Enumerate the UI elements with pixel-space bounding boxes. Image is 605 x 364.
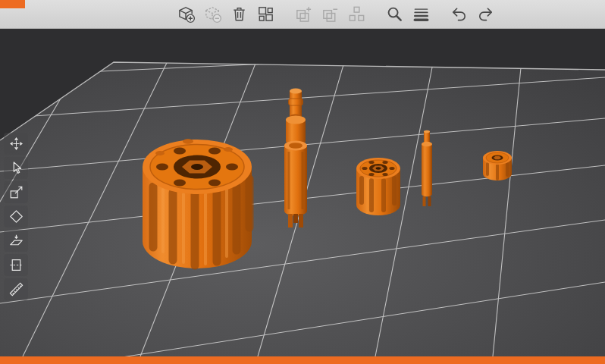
- place-on-face-icon: [8, 233, 24, 249]
- undo-icon: [450, 5, 469, 24]
- small-knurled-cylinder[interactable]: [482, 150, 513, 184]
- left-toolbar: [4, 133, 28, 300]
- add-instance-icon: [294, 5, 313, 24]
- split-objects-button[interactable]: [345, 3, 368, 26]
- rotate-button[interactable]: [4, 206, 28, 228]
- top-toolbar: [0, 0, 605, 29]
- scale-button[interactable]: [4, 181, 28, 203]
- slicer-window: [0, 0, 605, 364]
- add-model-button[interactable]: [174, 3, 197, 26]
- measure-button[interactable]: [4, 278, 28, 300]
- thin-shaft[interactable]: [418, 129, 435, 209]
- delete-all-button[interactable]: [227, 3, 250, 26]
- top-toolbar-items: [174, 3, 497, 26]
- redo-icon: [476, 5, 495, 24]
- tall-shaft[interactable]: [279, 85, 312, 231]
- medium-knurled-cylinder[interactable]: [355, 155, 402, 218]
- search-button[interactable]: [383, 3, 406, 26]
- delete-all-icon: [230, 5, 249, 24]
- large-knurled-cylinder[interactable]: [140, 136, 254, 271]
- place-on-face-button[interactable]: [4, 230, 28, 252]
- undo-button[interactable]: [447, 3, 470, 26]
- viewport-3d[interactable]: [0, 29, 605, 356]
- variable-layer-height-icon: [412, 5, 431, 24]
- window-accent-corner: [0, 0, 25, 8]
- scale-icon: [8, 184, 24, 200]
- remove-instance-button[interactable]: [318, 3, 341, 26]
- move-icon: [8, 136, 24, 152]
- split-objects-icon: [347, 5, 366, 24]
- arrange-button[interactable]: [254, 3, 277, 26]
- search-icon: [385, 5, 404, 24]
- cut-button[interactable]: [4, 254, 28, 276]
- delete-model-button[interactable]: [201, 3, 224, 26]
- variable-layer-height-button[interactable]: [409, 3, 432, 26]
- rotate-icon: [8, 209, 24, 224]
- select-icon: [8, 160, 24, 176]
- cut-icon: [8, 257, 24, 273]
- select-button[interactable]: [4, 157, 28, 179]
- delete-model-icon: [203, 5, 222, 24]
- window-accent-bottom: [0, 356, 605, 364]
- add-instance-button[interactable]: [292, 3, 315, 26]
- arrange-icon: [256, 5, 275, 24]
- move-button[interactable]: [4, 133, 28, 155]
- add-model-icon: [177, 5, 196, 24]
- measure-icon: [8, 281, 24, 297]
- remove-instance-icon: [321, 5, 340, 24]
- redo-button[interactable]: [474, 3, 497, 26]
